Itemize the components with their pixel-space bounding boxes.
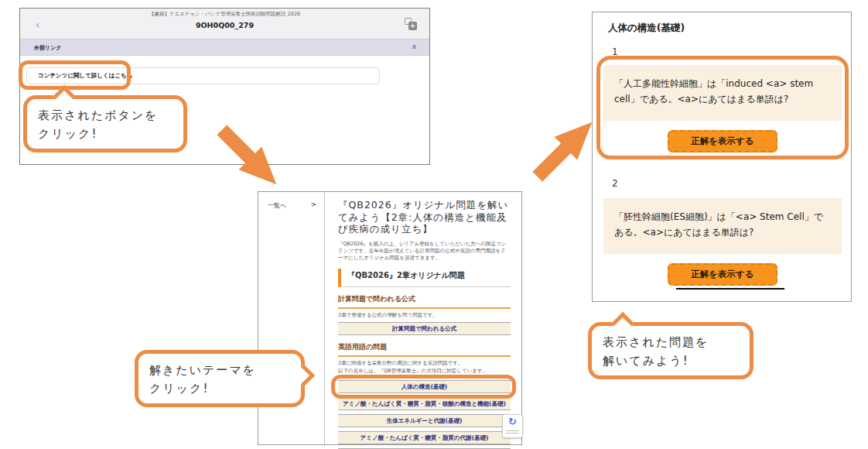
step3-line1: 表示された問題を [603, 333, 739, 351]
step2-line2: クリック! [149, 379, 290, 398]
back-to-list-link[interactable]: 一覧へ [268, 201, 286, 210]
theme-button-kousan-kouzou[interactable]: アミノ酸・たんぱく質・糖質・脂質・核酸の構造と機能(基礎) [338, 397, 511, 410]
step1-bubble: 表示されたボタンを クリック! [23, 95, 187, 153]
step2-bubble: 解きたいテーマを クリック! [135, 350, 305, 407]
forward-chevron-icon[interactable]: > [310, 201, 316, 208]
quiz-screenshot-panel: 人体の構造(基礎) 1 「人工多能性幹細胞」は「induced <a> stem… [592, 12, 852, 302]
question-block-2: 「胚性幹細胞(ES細胞)」は「<a> Stem Cell」である。<a>にあては… [603, 198, 842, 286]
collapse-chevron-icon[interactable]: ∧ [412, 43, 417, 50]
catalog-intro: 『QB2026』を購入の上、シリアル登録をしていただいた方への限定コンテンツです… [338, 241, 511, 262]
step2-line1: 解きたいテーマを [149, 361, 290, 379]
window-title: 【書籍】クエスチョン・バンク管理栄養士国家試験問題解説 2026 [20, 11, 429, 18]
show-answer-button-2[interactable]: 正解を表示する [668, 263, 777, 286]
catalog-section-title: 『QB2026』2章オリジナル問題 [338, 269, 511, 287]
english-section-desc1: 2章に関係する栄養分野の用語に関する英語問題です。 [338, 360, 511, 367]
question-text-1: 「人工多能性幹細胞」は「induced <a> stem cell」である。<a… [603, 65, 842, 121]
add-page-icon[interactable]: + [405, 18, 417, 30]
calc-section-desc: 2章で登場する公式の理解を問う問題です。 [338, 312, 511, 319]
calc-section-heading: 計算問題で問われる公式 [338, 294, 511, 309]
question-block-1: 「人工多能性幹細胞」は「induced <a> stem cell」である。<a… [603, 65, 842, 153]
quiz-title: 人体の構造(基礎) [608, 22, 685, 35]
show-answer-button-1[interactable]: 正解を表示する [668, 130, 777, 153]
step3-bubble-tail [612, 312, 634, 334]
catalog-title: 『QB2026』オリジナル問題を解いてみよう【2章:人体の構造と機能及び疾病の成… [338, 199, 511, 235]
recaptcha-badge[interactable]: ↻ [502, 414, 523, 438]
recaptcha-icon: ↻ [503, 415, 522, 429]
catalog-main: 『QB2026』オリジナル問題を解いてみよう【2章:人体の構造と機能及び疾病の成… [326, 192, 521, 444]
theme-button-aminosan-taisha[interactable]: アミノ酸・たんぱく質・糖質・脂質の代謝(基礎) [338, 431, 511, 444]
underline-mark [676, 288, 784, 290]
catalog-screenshot-panel: 一覧へ > 『QB2026』オリジナル問題を解いてみよう【2章:人体の構造と機能… [258, 191, 522, 445]
theme-button-wrap: 人体の構造(基礎) [338, 380, 511, 393]
step3-line2: 解いてみよう! [603, 351, 739, 370]
step1-line2: クリック! [38, 125, 173, 143]
theme-button-seitai-energy[interactable]: 生体エネルギーと代謝(基礎) [338, 414, 511, 427]
add-page-icon-plus: + [408, 22, 417, 30]
recaptcha-text-bar [506, 433, 519, 434]
step1-line1: 表示されたボタンを [38, 106, 173, 125]
step3-bubble: 表示された問題を 解いてみよう! [588, 322, 754, 379]
english-section-desc2: 以下の見出しは、『QB管理栄養士』の大項目に対応しています。 [338, 368, 511, 375]
calc-formula-button[interactable]: 計算問題で問われる公式 [338, 322, 511, 335]
tutorial-canvas: 【書籍】クエスチョン・バンク管理栄養士国家試験問題解説 2026 ‹ 9OH0Q… [0, 0, 868, 449]
question-text-2: 「胚性幹細胞(ES細胞)」は「<a> Stem Cell」である。<a>にあては… [603, 198, 842, 254]
app-header: 【書籍】クエスチョン・バンク管理栄養士国家試験問題解説 2026 ‹ 9OH0Q… [20, 9, 429, 39]
recaptcha-text-bar [506, 430, 519, 432]
page-title: 9OH0Q00_279 [20, 21, 429, 29]
external-link-label: 外部リンク [34, 44, 62, 52]
external-link-section-row[interactable]: 外部リンク ∧ [20, 39, 429, 56]
question-number: 2 [612, 178, 618, 189]
english-section-heading: 英語用語の問題 [338, 342, 511, 357]
question-number: 1 [612, 46, 618, 57]
content-detail-link-button[interactable]: コンテンツに関して詳しくはこちら [26, 67, 380, 84]
theme-button-jintai-kouzou[interactable]: 人体の構造(基礎) [338, 380, 511, 393]
